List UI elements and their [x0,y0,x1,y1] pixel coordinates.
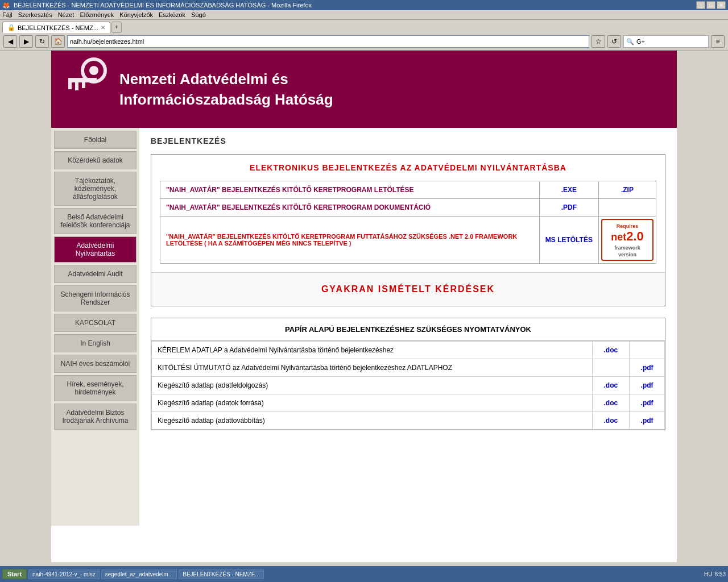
tab-label: BEJELENTKEZÉS - NEMZ... [18,24,98,31]
download-row-1: "NAIH_AVATÁR" BEJELENTKEZÉS KITÖLTŐ KERE… [160,181,656,199]
paper-row2-desc: KITÖLTÉSI ÚTMUTATÓ az Adatvédelmi Nyilvá… [152,359,593,377]
elec-section-inner: ELEKTRONIKUS BEJELENTKEZÉS AZ ADATVÉDELM… [151,155,665,272]
sidebar-item-fooldal[interactable]: Főoldal [54,131,136,149]
download-row-2: "NAIH_AVATÁR" BEJELENTKEZÉS KITÖLTŐ KERE… [160,199,656,217]
title-bar-left: 🦊 BEJELENTKEZÉS - NEMZETI ADATVÉDELMI ÉS… [2,2,312,9]
search-icon: 🔍 [626,38,634,45]
site-title-line2: Információszabadság Hatóság [119,89,333,110]
row3-desc: "NAIH_AVATÁR" BEJELENTKEZÉS KITÖLTŐ KERE… [160,217,540,264]
sidebar: Főoldal Közérdekű adatok Tájékoztatók, k… [51,128,139,526]
paper-row4-pdf[interactable]: .pdf [630,394,665,412]
faq-title: GYAKRAN ISMÉTELT KÉRDÉSEK [163,284,653,294]
forward-button[interactable]: ▶ [19,35,33,48]
paper-row-1: KÉRELEM ADATLAP a Adatvédelmi Nyilvántar… [152,342,665,359]
home-button[interactable]: 🏠 [51,35,65,48]
elec-title: ELEKTRONIKUS BEJELENTKEZÉS AZ ADATVÉDELM… [160,163,656,172]
menu-bar: Fájl Szerkesztés Nézet Előzmények Könyvj… [0,10,728,20]
sidebar-item-kozerdeku[interactable]: Közérdekű adatok [54,151,136,169]
faq-section: GYAKRAN ISMÉTELT KÉRDÉSEK [151,272,665,306]
paper-row1-empty [630,342,665,359]
svg-rect-2 [68,78,97,82]
site-title: Nemzeti Adatvédelmi és Információszabads… [119,69,333,110]
sidebar-item-audit[interactable]: Adatvédelmi Audit [54,265,136,283]
menu-edit[interactable]: Szerkesztés [18,11,52,18]
active-tab[interactable]: 🔒 BEJELENTKEZÉS - NEMZ... ✕ [2,22,110,33]
paper-row5-desc: Kiegészítő adatlap (adattovábbítás) [152,412,593,430]
main-layout: Főoldal Közérdekű adatok Tájékoztatók, k… [51,128,677,526]
row3-ms[interactable]: MS LETÖLTÉS [539,217,598,264]
back-button[interactable]: ◀ [3,35,17,48]
menu-help[interactable]: Súgó [191,11,206,18]
paper-row5-pdf[interactable]: .pdf [630,412,665,430]
title-bar-controls[interactable]: _ □ ✕ [696,1,726,9]
url-input[interactable]: naih.hu/bejelentkezes.html [67,35,589,48]
electronic-section: ELEKTRONIKUS BEJELENTKEZÉS AZ ADATVÉDELM… [151,154,665,306]
page-wrapper: Nemzeti Adatvédelmi és Információszabads… [51,51,677,562]
menu-icon[interactable]: ≡ [711,35,725,48]
new-tab-button[interactable]: + [111,22,122,33]
paper-row4-desc: Kiegészítő adatlap (adatok forrása) [152,394,593,412]
paper-title: PAPÍR ALAPÚ BEJELENTKEZÉSHEZ SZÜKSÉGES N… [151,318,665,341]
title-bar: 🦊 BEJELENTKEZÉS - NEMZETI ADATVÉDELMI ÉS… [0,0,728,10]
tab-bar: 🔒 BEJELENTKEZÉS - NEMZ... ✕ + [0,20,728,33]
paper-row1-doc[interactable]: .doc [592,342,630,359]
main-content: BEJELENTKEZÉS ELEKTRONIKUS BEJELENTKEZÉS… [139,128,677,526]
paper-row-4: Kiegészítő adatlap (adatok forrása) .doc… [152,394,665,412]
sidebar-item-eves[interactable]: NAIH éves beszámolói [54,355,136,373]
paper-row1-desc: KÉRELEM ADATLAP a Adatvédelmi Nyilvántar… [152,342,593,359]
paper-row3-pdf[interactable]: .pdf [630,377,665,394]
paper-row2-pdf[interactable]: .pdf [630,359,665,377]
sidebar-item-archivum[interactable]: Adatvédelmi Biztos Irodájának Archívuma [54,404,136,430]
sidebar-item-schengeni[interactable]: Schengeni Információs Rendszer [54,285,136,311]
search-engine: G+ [636,38,645,45]
row1-exe[interactable]: .EXE [539,181,598,199]
download-table: "NAIH_AVATÁR" BEJELENTKEZÉS KITÖLTŐ KERE… [160,181,656,264]
svg-rect-4 [75,82,78,90]
menu-bookmarks[interactable]: Könyvjelzők [119,11,153,18]
sidebar-item-belso[interactable]: Belső Adatvédelmi felelősök konferenciáj… [54,208,136,234]
paper-table: KÉRELEM ADATLAP a Adatvédelmi Nyilvántar… [151,341,665,430]
tab-close-icon[interactable]: ✕ [101,24,105,31]
star-icon[interactable]: ☆ [592,35,605,48]
row1-zip[interactable]: .ZIP [598,181,656,199]
paper-row3-doc[interactable]: .doc [592,377,630,394]
close-button[interactable]: ✕ [717,1,726,9]
paper-row5-doc[interactable]: .doc [592,412,630,430]
restore-button[interactable]: □ [706,1,715,9]
svg-rect-3 [68,78,72,89]
sidebar-item-adatvedelmi[interactable]: Adatvédelmi Nyilvántartás [54,236,136,263]
site-title-line1: Nemzeti Adatvédelmi és [119,69,333,89]
svg-rect-5 [82,82,85,88]
download-row-3: "NAIH_AVATÁR" BEJELENTKEZÉS KITÖLTŐ KERE… [160,217,656,264]
menu-view[interactable]: Nézet [58,11,75,18]
paper-row-2: KITÖLTÉSI ÚTMUTATÓ az Adatvédelmi Nyilvá… [152,359,665,377]
menu-file[interactable]: Fájl [2,11,13,18]
sidebar-item-kapcsolat[interactable]: KAPCSOLAT [54,314,136,332]
address-bar: ◀ ▶ ↻ 🏠 naih.hu/bejelentkezes.html ☆ ↺ 🔍… [0,33,728,51]
row1-desc: "NAIH_AVATÁR" BEJELENTKEZÉS KITÖLTŐ KERE… [160,181,540,199]
svg-point-1 [89,66,98,75]
paper-row-5: Kiegészítő adatlap (adattovábbítás) .doc… [152,412,665,430]
refresh-icon[interactable]: ↺ [607,35,621,48]
menu-tools[interactable]: Eszközök [159,11,185,18]
paper-section: PAPÍR ALAPÚ BEJELENTKEZÉSHEZ SZÜKSÉGES N… [151,318,665,430]
page-heading: BEJELENTKEZÉS [151,136,665,146]
menu-history[interactable]: Előzmények [80,11,114,18]
row2-desc: "NAIH_AVATÁR" BEJELENTKEZÉS KITÖLTŐ KERE… [160,199,540,217]
reload-button[interactable]: ↻ [35,35,49,48]
search-box[interactable]: 🔍 G+ [623,35,709,48]
url-text: naih.hu/bejelentkezes.html [70,38,144,45]
paper-row2-empty [592,359,630,377]
row2-empty [598,199,656,217]
key-logo [63,56,108,122]
sidebar-item-tajekoztatak[interactable]: Tájékoztatók, közlemények, állásfoglalás… [54,172,136,206]
sidebar-item-hirek[interactable]: Hírek, események, hirdetmények [54,375,136,401]
sidebar-item-english[interactable]: In English [54,334,136,352]
minimize-button[interactable]: _ [696,1,705,9]
paper-row-3: Kiegészítő adatlap (adatfeldolgozás) .do… [152,377,665,394]
row2-pdf[interactable]: .PDF [539,199,598,217]
paper-row4-doc[interactable]: .doc [592,394,630,412]
tab-icon: 🔒 [7,24,15,31]
window-title: BEJELENTKEZÉS - NEMZETI ADATVÉDELMI ÉS I… [14,2,312,9]
site-header: Nemzeti Adatvédelmi és Információszabads… [51,51,677,128]
